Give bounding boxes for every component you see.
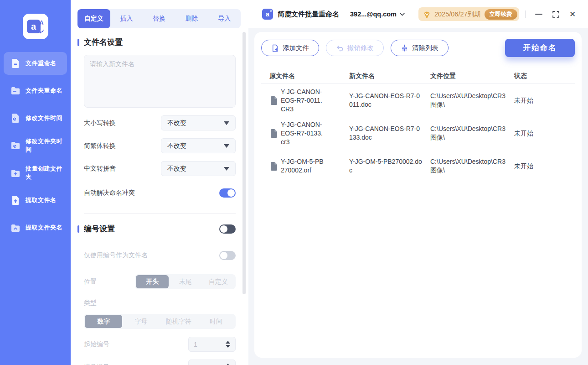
new-filename: Y-JG-OM-5-PB270002.doc — [349, 158, 422, 174]
tab-delete[interactable]: 删除 — [175, 9, 208, 28]
sidebar-item-file-rename[interactable]: 文件重命名 — [4, 52, 67, 75]
sidebar: a A 文件重命名 文件夹重命名 修改文件时间 修改文件夹时间 — [0, 0, 71, 365]
file-time-icon — [10, 113, 21, 124]
numbering-toggle[interactable] — [219, 224, 236, 234]
section-accent-bar — [77, 39, 79, 46]
sidebar-item-label: 提取文件夹名 — [26, 224, 62, 232]
sidebar-item-batch-create-folder[interactable]: 批量创建文件夹 — [4, 162, 67, 184]
position-option-start[interactable]: 开头 — [136, 275, 169, 288]
sidebar-item-file-time[interactable]: 修改文件时间 — [4, 107, 67, 130]
add-file-icon — [271, 44, 279, 52]
original-filename: Y-JG-CANON-EOS-R7-0011.CR3 — [281, 88, 325, 114]
logo-A-icon: A — [40, 20, 44, 26]
status-text: 未开始 — [506, 96, 575, 105]
content-area: 添加文件 撤销修改 清除列表 开始命名 — [248, 28, 588, 365]
pinyin-select[interactable]: 不改变 — [161, 161, 236, 176]
folder-extract-icon — [10, 222, 21, 233]
sidebar-item-folder-rename[interactable]: 文件夹重命名 — [4, 79, 67, 102]
chevron-down-icon — [224, 144, 229, 148]
table-row[interactable]: Y-JG-CANON-EOS-R7-0011.CR3 Y-JG-CANON-EO… — [261, 84, 575, 117]
app-logo-icon: aA — [262, 9, 273, 20]
type-option-number[interactable]: 数字 — [85, 315, 122, 328]
sidebar-item-label: 批量创建文件夹 — [26, 165, 67, 181]
start-number-stepper[interactable]: 1 — [188, 337, 236, 352]
settings-tabs: 自定义 插入 替换 删除 导入 — [77, 9, 241, 28]
folder-rename-icon — [10, 85, 21, 96]
sidebar-menu: 文件重命名 文件夹重命名 修改文件时间 修改文件夹时间 批量创建文件夹 提取文件… — [0, 52, 71, 239]
sidebar-item-extract-filename[interactable]: 提取文件名 — [4, 189, 67, 212]
col-original-name: 原文件名 — [261, 72, 341, 80]
close-button[interactable]: ✕ — [566, 8, 579, 21]
toolbar: 添加文件 撤销修改 清除列表 开始命名 — [261, 39, 575, 57]
original-filename: Y-JG-CANON-EOS-R7-0133.cr3 — [281, 120, 325, 146]
tab-replace[interactable]: 替换 — [143, 9, 175, 28]
app-title: 简鹿文件批量重命名 — [278, 10, 339, 19]
position-option-end[interactable]: 末尾 — [169, 275, 201, 288]
new-filename-input[interactable] — [84, 55, 236, 108]
tab-insert[interactable]: 插入 — [110, 9, 143, 28]
status-text: 未开始 — [506, 129, 575, 138]
chevron-down-icon — [224, 167, 229, 171]
position-label: 位置 — [84, 278, 97, 286]
simplified-traditional-label: 简繁体转换 — [84, 142, 116, 150]
col-status: 状态 — [506, 72, 575, 80]
type-option-letter[interactable]: 字母 — [122, 315, 160, 328]
titlebar: aA 简鹿文件批量重命名 392...@qq.com 2025/06/27到期 … — [248, 0, 588, 28]
only-number-toggle[interactable] — [219, 251, 236, 260]
only-number-label: 仅使用编号作为文件名 — [84, 251, 148, 260]
sidebar-item-folder-time[interactable]: 修改文件夹时间 — [4, 134, 67, 157]
table-row[interactable]: Y-JG-OM-5-PB270002.orf Y-JG-OM-5-PB27000… — [261, 150, 575, 182]
spinner-arrows-icon[interactable] — [226, 341, 230, 348]
numbering-section-title: 编号设置 — [84, 224, 219, 234]
tab-custom[interactable]: 自定义 — [77, 9, 110, 28]
minimize-icon — [535, 14, 542, 15]
start-rename-button[interactable]: 开始命名 — [505, 39, 575, 57]
simplified-traditional-select[interactable]: 不改变 — [161, 138, 236, 153]
original-filename: Y-JG-OM-5-PB270002.orf — [281, 157, 325, 175]
window-controls: ✕ — [525, 8, 579, 21]
sidebar-item-label: 文件夹重命名 — [26, 87, 62, 95]
account-menu[interactable]: 392...@qq.com — [350, 10, 405, 18]
type-label: 类型 — [84, 299, 97, 306]
add-files-button[interactable]: 添加文件 — [261, 40, 319, 56]
case-convert-select[interactable]: 不改变 — [161, 115, 236, 130]
increment-label: 编号增量 — [84, 363, 109, 365]
account-email: 392...@qq.com — [350, 10, 397, 18]
sidebar-item-extract-foldername[interactable]: 提取文件夹名 — [4, 216, 67, 239]
position-segmented-control: 开头 末尾 自定义 — [135, 274, 236, 289]
logo-swap-arrow-icon — [38, 29, 44, 34]
col-location: 文件位置 — [422, 72, 506, 80]
undo-button[interactable]: 撤销修改 — [326, 40, 384, 56]
type-option-time[interactable]: 时间 — [197, 315, 235, 328]
type-option-random[interactable]: 随机字符 — [160, 315, 197, 328]
position-option-custom[interactable]: 自定义 — [202, 275, 235, 288]
file-icon — [270, 162, 277, 171]
new-filename: Y-JG-CANON-EOS-R7-0133.doc — [349, 125, 420, 141]
section-accent-bar — [77, 225, 79, 233]
tab-import[interactable]: 导入 — [208, 9, 241, 28]
license-expiry: 2025/06/27到期 — [434, 10, 481, 19]
settings-panel: 自定义 插入 替换 删除 导入 文件名设置 大小写转换 不改变 简繁体转换 不 — [71, 0, 248, 365]
pinyin-label: 中文转拼音 — [84, 165, 116, 173]
maximize-icon — [552, 11, 559, 18]
file-location: C:\Users\XU\Desktop\CR3 图像\ — [430, 125, 505, 141]
table-row[interactable]: Y-JG-CANON-EOS-R7-0133.cr3 Y-JG-CANON-EO… — [261, 117, 575, 150]
type-segmented-control: 数字 字母 随机字符 时间 — [84, 314, 236, 329]
panel-scrollbar[interactable] — [242, 32, 246, 294]
maximize-button[interactable] — [549, 8, 562, 21]
chevron-down-icon — [400, 13, 405, 16]
minimize-button[interactable] — [532, 8, 545, 21]
sidebar-item-label: 提取文件名 — [26, 196, 57, 204]
clear-list-button[interactable]: 清除列表 — [391, 40, 449, 56]
status-text: 未开始 — [506, 162, 575, 171]
sidebar-item-label: 修改文件夹时间 — [26, 137, 67, 154]
renew-button[interactable]: 立即续费 — [485, 9, 517, 20]
app-logo: a A — [23, 14, 48, 39]
file-location: C:\Users\XU\Desktop\CR3 图像\ — [430, 158, 505, 174]
increment-stepper[interactable]: 1 — [188, 360, 236, 365]
file-icon — [270, 96, 277, 105]
file-icon — [270, 129, 277, 138]
section-divider — [84, 213, 236, 214]
close-icon: ✕ — [569, 10, 576, 18]
auto-resolve-toggle[interactable] — [219, 188, 236, 198]
